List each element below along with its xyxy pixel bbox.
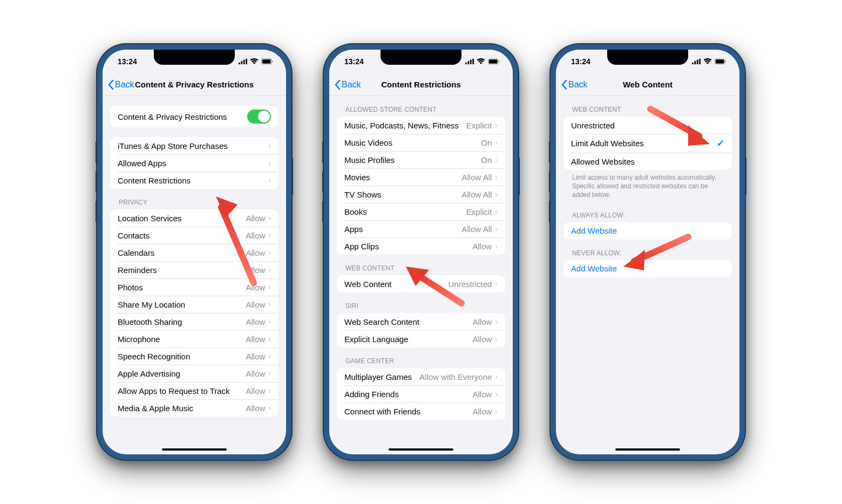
chevron-right-icon: › xyxy=(495,121,498,130)
row-value: Allow xyxy=(472,407,492,416)
svg-rect-0 xyxy=(239,63,240,65)
row-value: Explicit xyxy=(466,121,492,130)
nav-bar: Back Content & Privacy Restrictions xyxy=(103,73,286,96)
row-value: Allow All xyxy=(461,224,492,234)
web-content-row[interactable]: Web ContentUnrestricted› xyxy=(337,275,505,292)
row-value: Allow xyxy=(246,335,265,344)
toggle-label: Content & Privacy Restrictions xyxy=(118,112,247,121)
add-website-always[interactable]: Add Website xyxy=(563,222,732,240)
row-value: Unrestricted xyxy=(448,280,492,289)
allowed-store-row[interactable]: App ClipsAllow› xyxy=(337,237,505,255)
notch xyxy=(154,50,235,65)
svg-rect-14 xyxy=(692,63,694,65)
allowed-store-row[interactable]: BooksExplicit› xyxy=(337,203,505,220)
never-allow-group: Add Website xyxy=(563,260,732,277)
row-label: Apple Advertising xyxy=(118,369,246,378)
row-label: iTunes & App Store Purchases xyxy=(118,141,268,151)
chevron-right-icon: › xyxy=(268,141,271,150)
privacy-row[interactable]: Bluetooth SharingAllow› xyxy=(110,313,279,330)
svg-rect-7 xyxy=(465,63,467,65)
chevron-right-icon: › xyxy=(268,300,271,309)
privacy-row[interactable]: Share My LocationAllow› xyxy=(110,296,279,313)
back-label: Back xyxy=(568,80,588,90)
privacy-row[interactable]: RemindersAllow› xyxy=(110,261,279,278)
row-value: On xyxy=(481,138,492,147)
phone-frame-3: 13:24 Back Web Content Web Content Unres… xyxy=(551,44,745,460)
allowed-store-row[interactable]: Music ProfilesOn› xyxy=(337,151,505,168)
game-center-row[interactable]: Multiplayer GamesAllow with Everyone› xyxy=(337,368,505,385)
allowed-store-row[interactable]: Music VideosOn› xyxy=(337,134,505,151)
content-restrictions-row[interactable]: Content Restrictions › xyxy=(110,172,279,189)
chevron-right-icon: › xyxy=(495,407,498,416)
option-label: Limit Adult Websites xyxy=(571,139,717,148)
allowed-store-row[interactable]: MoviesAllow All› xyxy=(337,168,505,186)
row-label: Share My Location xyxy=(118,300,246,309)
row-value: Allow xyxy=(246,386,265,396)
row-label: Bluetooth Sharing xyxy=(118,317,246,326)
chevron-right-icon: › xyxy=(268,214,271,222)
itunes-purchases-row[interactable]: iTunes & App Store Purchases › xyxy=(110,137,279,154)
toggle-switch[interactable] xyxy=(247,110,271,124)
chevron-right-icon: › xyxy=(268,335,271,343)
wifi-icon xyxy=(477,58,485,65)
chevron-left-icon xyxy=(335,80,341,90)
back-button[interactable]: Back xyxy=(561,80,588,90)
siri-row[interactable]: Explicit LanguageAllow› xyxy=(337,330,505,348)
allowed-store-row[interactable]: Music, Podcasts, News, FitnessExplicit› xyxy=(337,117,505,134)
privacy-row[interactable]: Speech RecognitionAllow› xyxy=(110,348,279,365)
privacy-row[interactable]: Location ServicesAllow› xyxy=(110,209,279,227)
row-label: Explicit Language xyxy=(344,335,472,344)
chevron-right-icon: › xyxy=(268,404,271,412)
back-button[interactable]: Back xyxy=(335,80,361,90)
chevron-right-icon: › xyxy=(495,173,498,181)
limit-adult-option[interactable]: Limit Adult Websites ✓ xyxy=(563,134,732,153)
row-label: Music, Podcasts, News, Fitness xyxy=(344,121,466,130)
home-indicator[interactable] xyxy=(615,448,680,451)
siri-row[interactable]: Web Search ContentAllow› xyxy=(337,313,505,330)
home-indicator[interactable] xyxy=(389,448,453,451)
row-value: Allow xyxy=(246,369,265,378)
svg-rect-13 xyxy=(499,60,499,63)
allowed-websites-option[interactable]: Allowed Websites xyxy=(563,153,732,170)
game-center-row[interactable]: Adding FriendsAllow› xyxy=(337,385,505,403)
privacy-row[interactable]: Apple AdvertisingAllow› xyxy=(110,365,279,382)
row-value: Allow All xyxy=(461,190,492,199)
add-website-never[interactable]: Add Website xyxy=(563,260,732,277)
cellular-icon xyxy=(465,58,474,65)
row-label: Music Videos xyxy=(344,138,481,147)
cellular-icon xyxy=(692,58,701,65)
restrictions-toggle-row[interactable]: Content & Privacy Restrictions xyxy=(110,106,279,127)
home-indicator[interactable] xyxy=(162,448,227,451)
row-label: Books xyxy=(344,207,466,216)
chevron-right-icon: › xyxy=(268,369,271,378)
back-button[interactable]: Back xyxy=(108,80,134,90)
back-label: Back xyxy=(342,80,361,90)
game-center-row[interactable]: Connect with FriendsAllow› xyxy=(337,403,505,420)
always-allow-header: Always Allow: xyxy=(556,202,739,222)
row-label: Music Profiles xyxy=(344,155,481,165)
privacy-row[interactable]: PhotosAllow› xyxy=(110,278,279,296)
chevron-right-icon: › xyxy=(268,248,271,257)
chevron-left-icon xyxy=(561,80,567,90)
row-value: Allow xyxy=(246,231,265,240)
privacy-row[interactable]: ContactsAllow› xyxy=(110,227,279,244)
privacy-row[interactable]: CalendarsAllow› xyxy=(110,244,279,261)
svg-rect-8 xyxy=(467,61,469,64)
privacy-row[interactable]: MicrophoneAllow› xyxy=(110,330,279,348)
row-value: Allow xyxy=(472,335,492,344)
privacy-row[interactable]: Allow Apps to Request to TrackAllow› xyxy=(110,382,279,399)
privacy-row[interactable]: Media & Apple MusicAllow› xyxy=(110,399,279,417)
notch xyxy=(381,50,461,65)
svg-rect-2 xyxy=(243,59,245,64)
siri-header: Siri xyxy=(329,292,513,313)
chevron-right-icon: › xyxy=(268,283,271,291)
chevron-right-icon: › xyxy=(495,317,498,326)
svg-rect-15 xyxy=(694,61,696,64)
svg-rect-20 xyxy=(725,60,726,63)
allowed-store-row[interactable]: TV ShowsAllow All› xyxy=(337,186,505,203)
privacy-header: Privacy xyxy=(103,189,286,209)
allowed-apps-row[interactable]: Allowed Apps › xyxy=(110,154,279,172)
unrestricted-option[interactable]: Unrestricted xyxy=(563,117,732,134)
row-value: Allow xyxy=(246,404,265,413)
allowed-store-row[interactable]: AppsAllow All› xyxy=(337,220,505,237)
